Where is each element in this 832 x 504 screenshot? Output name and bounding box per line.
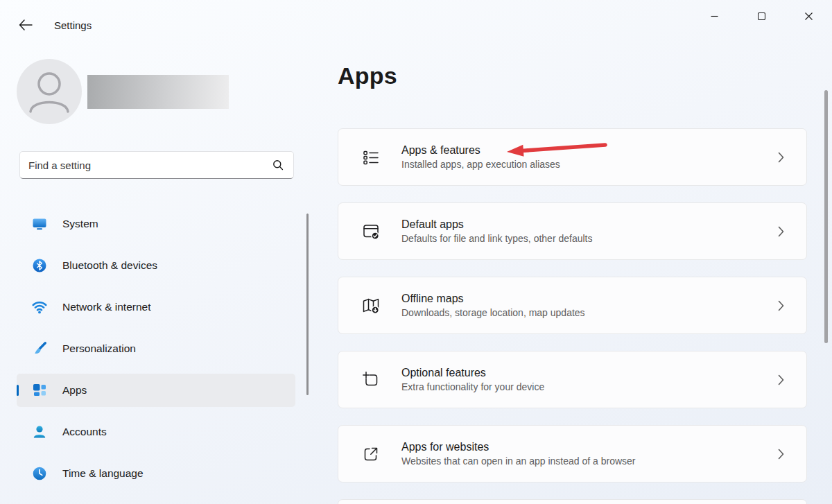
person-icon [17,59,82,124]
sidebar: System Bluetooth & devices [0,35,316,504]
sidebar-item-label: Personalization [62,342,136,355]
selected-accent-pill [17,385,19,396]
offline-maps-icon [361,296,381,315]
optional-features-icon [361,370,381,390]
sidebar-item-label: Time & language [62,467,144,480]
titlebar-title: Settings [54,19,92,31]
chevron-right-icon [778,300,784,311]
card-title: Apps for websites [401,441,778,453]
card-title: Offline maps [401,293,778,305]
main-content: Apps Apps & features Installed apps, app… [338,35,832,504]
sidebar-item-network-internet[interactable]: Network & internet [17,290,295,324]
sidebar-item-apps[interactable]: Apps [17,374,295,407]
sidebar-item-accounts[interactable]: Accounts [17,415,295,449]
card-subtitle: Defaults for file and link types, other … [401,233,778,244]
card-title: Default apps [401,218,778,231]
card-default-apps[interactable]: Default apps Defaults for file and link … [338,202,807,260]
avatar [17,59,82,124]
page-title: Apps [338,62,397,89]
card-apps-for-websites[interactable]: Apps for websites Websites that can open… [338,425,807,483]
network-icon [32,299,47,315]
username-redacted [87,75,229,109]
sidebar-item-label: System [62,218,98,230]
search-icon [272,159,284,171]
default-apps-icon [361,222,381,241]
minimize-button[interactable] [691,0,738,33]
maximize-button[interactable] [738,0,785,33]
card-subtitle: Websites that can open in an app instead… [401,455,778,467]
card-text: Default apps Defaults for file and link … [401,218,778,244]
card-text: Optional features Extra functionality fo… [401,367,778,392]
main-scrollbar[interactable] [824,90,828,343]
minimize-icon [711,12,718,20]
card-subtitle: Installed apps, app execution aliases [401,159,778,170]
back-button[interactable] [12,13,40,37]
sidebar-item-bluetooth-devices[interactable]: Bluetooth & devices [17,249,295,282]
system-icon [32,216,47,232]
chevron-right-icon [778,449,784,460]
close-icon [805,12,813,20]
apps-for-websites-icon [361,444,381,464]
sidebar-item-system[interactable]: System [17,207,295,241]
sidebar-item-label: Accounts [62,426,107,438]
search-box [19,151,294,179]
card-text: Apps for websites Websites that can open… [401,441,778,467]
settings-cards: Apps & features Installed apps, app exec… [338,128,807,504]
accounts-icon [32,424,47,440]
chevron-right-icon [778,152,784,163]
sidebar-item-time-language[interactable]: Time & language [17,457,295,490]
card-optional-features[interactable]: Optional features Extra functionality fo… [338,351,807,408]
sidebar-nav: System Bluetooth & devices [17,207,295,498]
card-title: Apps & features [401,144,778,157]
chevron-right-icon [778,374,784,385]
search-input[interactable] [20,152,272,178]
profile-section[interactable] [0,35,316,125]
sidebar-item-personalization[interactable]: Personalization [17,332,295,365]
settings-card-partial[interactable] [338,499,807,504]
sidebar-item-label: Network & internet [62,301,151,313]
apps-features-icon [361,148,381,167]
time-language-icon [32,466,47,481]
card-title: Optional features [401,367,778,379]
card-subtitle: Extra functionality for your device [401,381,778,392]
personalization-icon [32,341,47,356]
card-apps-features[interactable]: Apps & features Installed apps, app exec… [338,128,807,186]
card-subtitle: Downloads, storage location, map updates [401,307,778,318]
bluetooth-icon [32,258,47,273]
sidebar-item-label: Bluetooth & devices [62,259,157,272]
card-offline-maps[interactable]: Offline maps Downloads, storage location… [338,277,807,334]
sidebar-item-label: Apps [62,384,87,397]
back-icon [19,19,33,31]
window-controls [691,0,832,33]
card-text: Offline maps Downloads, storage location… [401,293,778,318]
apps-icon [32,383,47,398]
close-button[interactable] [785,0,832,33]
titlebar: Settings [0,0,832,35]
chevron-right-icon [778,226,784,237]
maximize-icon [758,12,765,20]
sidebar-scrollbar[interactable] [306,214,309,395]
card-text: Apps & features Installed apps, app exec… [401,144,778,170]
